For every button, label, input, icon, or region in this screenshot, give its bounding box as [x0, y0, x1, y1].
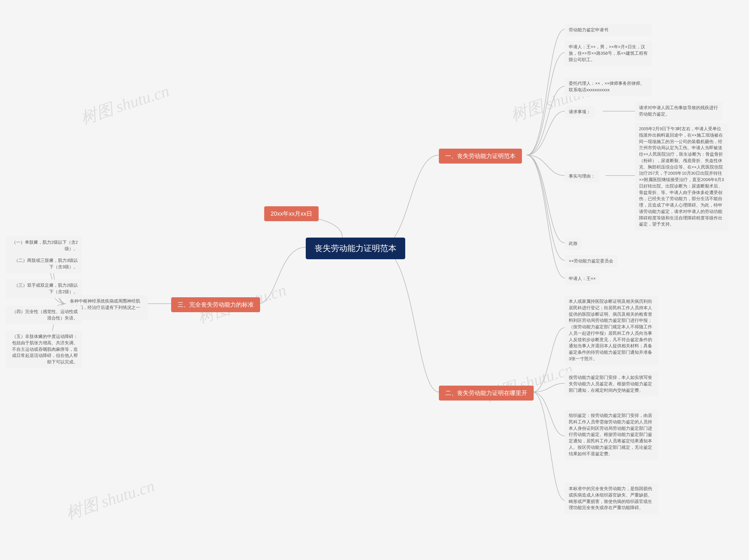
- leaf-three-b[interactable]: （二）两肢或三肢瘫，肌力3级以下（含3级）。: [6, 255, 82, 273]
- root-node[interactable]: 丧失劳动能力证明范本: [306, 238, 405, 259]
- leaf-one-d-label[interactable]: 请求事项：: [565, 106, 595, 118]
- leaf-two-a[interactable]: 本人或家属持医院诊断证明及相关病历到街居民科进行登记；街居民科工作人员持本人提供…: [565, 296, 658, 365]
- leaf-one-b[interactable]: 申请人：王××，男，××年×月×日生，汉族，住××市××路358号，系××建筑工…: [565, 41, 652, 66]
- watermark: 树图 shutu.cn: [63, 475, 157, 524]
- leaf-one-a[interactable]: 劳动能力鉴定申请书: [565, 24, 652, 36]
- leaf-three-a[interactable]: （一）单肢瘫，肌力2级以下（含2级）。: [6, 236, 82, 255]
- leaf-one-e-label[interactable]: 事实与理由：: [565, 170, 599, 182]
- leaf-one-f[interactable]: 此致: [565, 238, 582, 250]
- leaf-two-b[interactable]: 按劳动能力鉴定部门安排，本人如实填写丧失劳动能力人员鉴定表。根据劳动能力鉴定部门…: [565, 371, 658, 396]
- leaf-two-d[interactable]: 本标准中的完全丧失劳动能力，是指因损伤或疾病造成人体组织器官缺失、严重缺损、畸形…: [565, 483, 658, 514]
- branch-one[interactable]: 一、丧失劳动能力证明范本: [439, 149, 522, 164]
- branch-three[interactable]: 三、完全丧失劳动能力的标准: [171, 297, 260, 312]
- leaf-two-c[interactable]: 组织鉴定：按劳动能力鉴定部门安排，由居民科工作人员带需做劳动能力鉴定的人员持本人…: [565, 410, 658, 460]
- leaf-one-g[interactable]: ××劳动能力鉴定委员会: [565, 255, 617, 267]
- branch-date[interactable]: 20xx年xx月xx日: [264, 206, 319, 221]
- leaf-three-d[interactable]: （四）完全性（感觉性、运动性或混合性）失语。: [6, 306, 82, 324]
- leaf-one-h[interactable]: 申请人：王××: [565, 273, 600, 285]
- leaf-one-d-content[interactable]: 请求对申请人因工伤事故导致的残疾进行劳动能力鉴定。: [635, 102, 723, 121]
- leaf-one-c[interactable]: 委托代理人：××，××律师事务所律师。联系电话xxxxxxxxxxx: [565, 78, 652, 96]
- mindmap-canvas: 树图 shutu.cn 树图 shutu.cn 树图 shutu.cn 树图 s…: [0, 0, 749, 560]
- leaf-three-c[interactable]: （三）双手或双足瘫，肌力2级以下（含2级）。: [6, 279, 82, 298]
- leaf-one-e-content[interactable]: 2005年2月9日下午3时左右，申请人受单位指派外出购料返回途中，在××施工现场…: [635, 123, 729, 231]
- leaf-three-e[interactable]: （五）非肢体瘫的中度运动障碍：包括由于肌张力增高、共济失调、不自主运动或吞咽肌肉…: [6, 330, 82, 368]
- branch-two[interactable]: 二、丧失劳动能力证明在哪里开: [439, 386, 534, 401]
- watermark: 树图 shutu.cn: [78, 80, 172, 129]
